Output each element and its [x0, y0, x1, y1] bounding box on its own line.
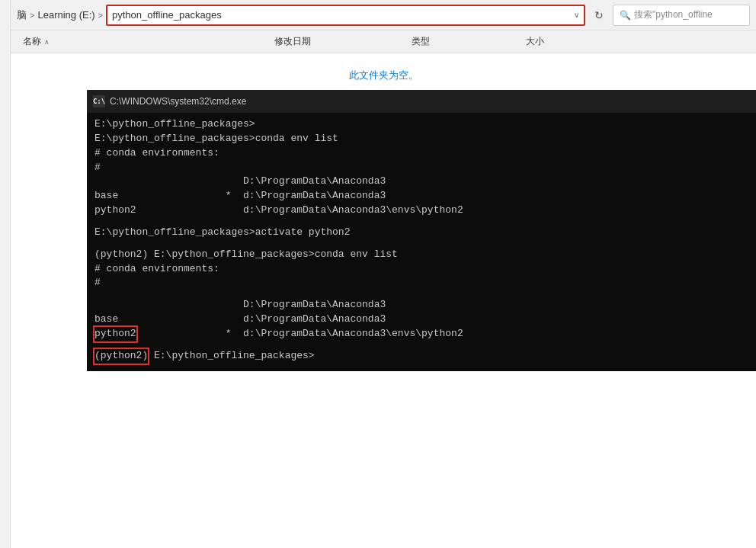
- search-placeholder: 搜索"python_offline: [634, 8, 713, 21]
- cmd-line-3: # conda environments:: [94, 146, 750, 161]
- python2-highlight: python2: [94, 327, 136, 341]
- cmd-window: C:\ C:\WINDOWS\system32\cmd.exe E:\pytho…: [87, 90, 756, 371]
- cmd-window-icon: C:\: [93, 95, 105, 107]
- address-chevron-icon[interactable]: ∨: [574, 11, 579, 19]
- nav-sidebar: [0, 0, 11, 548]
- col-type-header[interactable]: 类型: [405, 32, 520, 51]
- address-bar: 脑 > Learning (E:) > ∨ ↻ 🔍 搜索"python_offl…: [11, 0, 756, 30]
- cmd-line-1: E:\python_offline_packages>: [94, 117, 750, 132]
- refresh-button[interactable]: ↻: [588, 5, 610, 26]
- column-headers: 名称 ∧ 修改日期 类型 大小: [11, 30, 756, 53]
- breadcrumb: 脑 > Learning (E:) >: [17, 8, 103, 22]
- col-size-header[interactable]: 大小: [520, 32, 596, 51]
- cmd-line-empty-1: [94, 218, 750, 226]
- file-list-area: 此文件夹为空。 C:\ C:\WINDOWS\system32\cmd.exe …: [11, 53, 756, 548]
- col-date-header[interactable]: 修改日期: [268, 32, 405, 51]
- sort-arrow: ∧: [44, 38, 50, 46]
- breadcrumb-brain[interactable]: 脑: [17, 8, 27, 22]
- cmd-line-15: (python2) E:\python_offline_packages>: [94, 349, 750, 364]
- cmd-line-7: python2 d:\ProgramData\Anaconda3\envs\py…: [94, 203, 750, 218]
- search-box[interactable]: 🔍 搜索"python_offline: [613, 5, 750, 26]
- search-icon: 🔍: [620, 10, 631, 21]
- sep-1: >: [30, 11, 34, 20]
- cmd-line-13: base d:\ProgramData\Anaconda3: [94, 312, 750, 327]
- cmd-line-11: #: [94, 276, 750, 290]
- cmd-window-title: C:\WINDOWS\system32\cmd.exe: [110, 96, 751, 107]
- python2-prompt-highlight: (python2): [94, 349, 148, 364]
- cmd-line-2: E:\python_offline_packages>conda env lis…: [94, 132, 750, 146]
- cmd-line-empty-3: [94, 290, 750, 298]
- cmd-line-8: E:\python_offline_packages>activate pyth…: [94, 226, 750, 240]
- cmd-titlebar: C:\ C:\WINDOWS\system32\cmd.exe: [87, 90, 756, 113]
- cmd-line-5: D:\ProgramData\Anaconda3: [94, 175, 750, 189]
- cmd-line-10: # conda environments:: [94, 262, 750, 277]
- cmd-line-4: #: [94, 161, 750, 175]
- cmd-line-empty-2: [94, 240, 750, 248]
- content-area: 脑 > Learning (E:) > ∨ ↻ 🔍 搜索"python_offl…: [11, 0, 756, 548]
- address-input[interactable]: [112, 9, 571, 21]
- cmd-body: E:\python_offline_packages> E:\python_of…: [87, 113, 756, 371]
- empty-folder-message: 此文件夹为空。: [349, 69, 418, 82]
- cmd-line-14: python2 * d:\ProgramData\Anaconda3\envs\…: [94, 327, 750, 341]
- address-input-wrapper[interactable]: ∨: [106, 5, 585, 26]
- breadcrumb-learning[interactable]: Learning (E:): [37, 9, 94, 21]
- col-name-header[interactable]: 名称 ∧: [17, 32, 268, 51]
- refresh-icon: ↻: [594, 9, 604, 21]
- cmd-line-6: base * d:\ProgramData\Anaconda3: [94, 189, 750, 203]
- cmd-line-9: (python2) E:\python_offline_packages>con…: [94, 248, 750, 262]
- sep-2: >: [98, 11, 103, 20]
- cmd-line-12: D:\ProgramData\Anaconda3: [94, 298, 750, 312]
- cmd-line-empty-4: [94, 341, 750, 349]
